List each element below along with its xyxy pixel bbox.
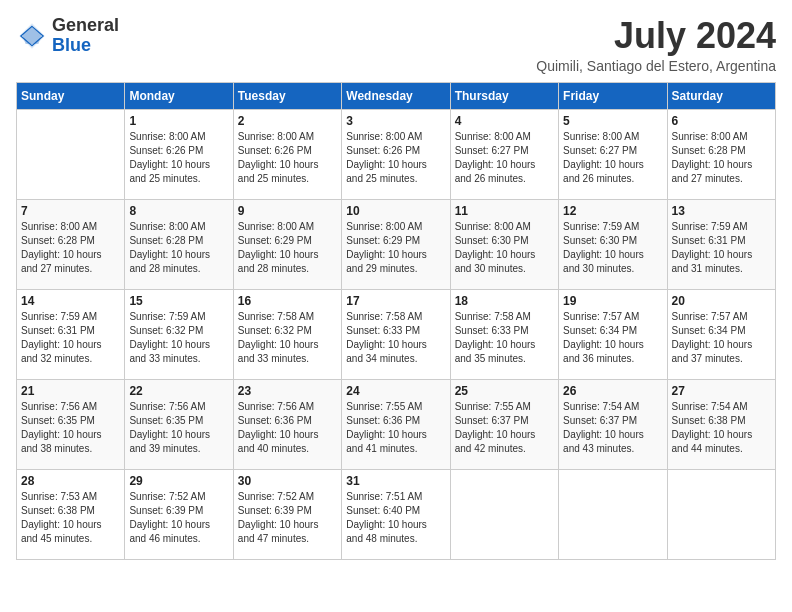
calendar-cell: 29Sunrise: 7:52 AMSunset: 6:39 PMDayligh… <box>125 469 233 559</box>
day-info: Sunrise: 8:00 AMSunset: 6:29 PMDaylight:… <box>346 220 445 276</box>
calendar-body: 1Sunrise: 8:00 AMSunset: 6:26 PMDaylight… <box>17 109 776 559</box>
day-number: 7 <box>21 204 120 218</box>
calendar-cell <box>559 469 667 559</box>
day-number: 20 <box>672 294 771 308</box>
day-info: Sunrise: 8:00 AMSunset: 6:29 PMDaylight:… <box>238 220 337 276</box>
day-number: 30 <box>238 474 337 488</box>
day-info: Sunrise: 8:00 AMSunset: 6:27 PMDaylight:… <box>455 130 554 186</box>
month-year-title: July 2024 <box>536 16 776 56</box>
day-number: 18 <box>455 294 554 308</box>
calendar-cell <box>450 469 558 559</box>
header-day-wednesday: Wednesday <box>342 82 450 109</box>
day-info: Sunrise: 8:00 AMSunset: 6:26 PMDaylight:… <box>129 130 228 186</box>
calendar-cell: 17Sunrise: 7:58 AMSunset: 6:33 PMDayligh… <box>342 289 450 379</box>
day-info: Sunrise: 8:00 AMSunset: 6:28 PMDaylight:… <box>672 130 771 186</box>
calendar-cell <box>17 109 125 199</box>
day-number: 27 <box>672 384 771 398</box>
day-number: 4 <box>455 114 554 128</box>
calendar-cell: 30Sunrise: 7:52 AMSunset: 6:39 PMDayligh… <box>233 469 341 559</box>
day-info: Sunrise: 7:57 AMSunset: 6:34 PMDaylight:… <box>563 310 662 366</box>
day-number: 29 <box>129 474 228 488</box>
calendar-cell: 3Sunrise: 8:00 AMSunset: 6:26 PMDaylight… <box>342 109 450 199</box>
calendar-cell: 2Sunrise: 8:00 AMSunset: 6:26 PMDaylight… <box>233 109 341 199</box>
calendar-cell: 22Sunrise: 7:56 AMSunset: 6:35 PMDayligh… <box>125 379 233 469</box>
day-info: Sunrise: 7:54 AMSunset: 6:38 PMDaylight:… <box>672 400 771 456</box>
day-info: Sunrise: 7:59 AMSunset: 6:31 PMDaylight:… <box>21 310 120 366</box>
calendar-cell: 31Sunrise: 7:51 AMSunset: 6:40 PMDayligh… <box>342 469 450 559</box>
day-info: Sunrise: 8:00 AMSunset: 6:26 PMDaylight:… <box>238 130 337 186</box>
week-row-4: 21Sunrise: 7:56 AMSunset: 6:35 PMDayligh… <box>17 379 776 469</box>
day-info: Sunrise: 7:58 AMSunset: 6:33 PMDaylight:… <box>346 310 445 366</box>
calendar-cell: 18Sunrise: 7:58 AMSunset: 6:33 PMDayligh… <box>450 289 558 379</box>
day-info: Sunrise: 7:59 AMSunset: 6:30 PMDaylight:… <box>563 220 662 276</box>
calendar-cell: 10Sunrise: 8:00 AMSunset: 6:29 PMDayligh… <box>342 199 450 289</box>
calendar-cell: 28Sunrise: 7:53 AMSunset: 6:38 PMDayligh… <box>17 469 125 559</box>
day-number: 14 <box>21 294 120 308</box>
logo: General Blue <box>16 16 119 56</box>
header-day-friday: Friday <box>559 82 667 109</box>
day-number: 31 <box>346 474 445 488</box>
week-row-3: 14Sunrise: 7:59 AMSunset: 6:31 PMDayligh… <box>17 289 776 379</box>
calendar-cell: 11Sunrise: 8:00 AMSunset: 6:30 PMDayligh… <box>450 199 558 289</box>
day-number: 6 <box>672 114 771 128</box>
day-number: 19 <box>563 294 662 308</box>
calendar-cell: 20Sunrise: 7:57 AMSunset: 6:34 PMDayligh… <box>667 289 775 379</box>
day-number: 9 <box>238 204 337 218</box>
title-block: July 2024 Quimili, Santiago del Estero, … <box>536 16 776 74</box>
calendar-cell: 12Sunrise: 7:59 AMSunset: 6:30 PMDayligh… <box>559 199 667 289</box>
day-info: Sunrise: 7:53 AMSunset: 6:38 PMDaylight:… <box>21 490 120 546</box>
header-day-monday: Monday <box>125 82 233 109</box>
day-info: Sunrise: 7:59 AMSunset: 6:32 PMDaylight:… <box>129 310 228 366</box>
calendar-cell <box>667 469 775 559</box>
calendar-cell: 9Sunrise: 8:00 AMSunset: 6:29 PMDaylight… <box>233 199 341 289</box>
logo-icon <box>16 20 48 52</box>
week-row-1: 1Sunrise: 8:00 AMSunset: 6:26 PMDaylight… <box>17 109 776 199</box>
day-number: 23 <box>238 384 337 398</box>
header-day-thursday: Thursday <box>450 82 558 109</box>
calendar-cell: 13Sunrise: 7:59 AMSunset: 6:31 PMDayligh… <box>667 199 775 289</box>
day-info: Sunrise: 7:59 AMSunset: 6:31 PMDaylight:… <box>672 220 771 276</box>
day-number: 16 <box>238 294 337 308</box>
day-info: Sunrise: 7:56 AMSunset: 6:35 PMDaylight:… <box>21 400 120 456</box>
day-number: 28 <box>21 474 120 488</box>
calendar-cell: 24Sunrise: 7:55 AMSunset: 6:36 PMDayligh… <box>342 379 450 469</box>
day-info: Sunrise: 8:00 AMSunset: 6:26 PMDaylight:… <box>346 130 445 186</box>
day-number: 10 <box>346 204 445 218</box>
day-info: Sunrise: 8:00 AMSunset: 6:27 PMDaylight:… <box>563 130 662 186</box>
day-number: 2 <box>238 114 337 128</box>
header-day-sunday: Sunday <box>17 82 125 109</box>
calendar-cell: 1Sunrise: 8:00 AMSunset: 6:26 PMDaylight… <box>125 109 233 199</box>
header-day-tuesday: Tuesday <box>233 82 341 109</box>
calendar-header: SundayMondayTuesdayWednesdayThursdayFrid… <box>17 82 776 109</box>
calendar-cell: 25Sunrise: 7:55 AMSunset: 6:37 PMDayligh… <box>450 379 558 469</box>
calendar-cell: 16Sunrise: 7:58 AMSunset: 6:32 PMDayligh… <box>233 289 341 379</box>
day-number: 12 <box>563 204 662 218</box>
page-header: General Blue July 2024 Quimili, Santiago… <box>16 16 776 74</box>
day-number: 1 <box>129 114 228 128</box>
calendar-cell: 14Sunrise: 7:59 AMSunset: 6:31 PMDayligh… <box>17 289 125 379</box>
day-info: Sunrise: 7:58 AMSunset: 6:32 PMDaylight:… <box>238 310 337 366</box>
calendar-cell: 21Sunrise: 7:56 AMSunset: 6:35 PMDayligh… <box>17 379 125 469</box>
location-subtitle: Quimili, Santiago del Estero, Argentina <box>536 58 776 74</box>
day-info: Sunrise: 7:51 AMSunset: 6:40 PMDaylight:… <box>346 490 445 546</box>
day-info: Sunrise: 7:58 AMSunset: 6:33 PMDaylight:… <box>455 310 554 366</box>
calendar-cell: 15Sunrise: 7:59 AMSunset: 6:32 PMDayligh… <box>125 289 233 379</box>
calendar-cell: 26Sunrise: 7:54 AMSunset: 6:37 PMDayligh… <box>559 379 667 469</box>
calendar-cell: 19Sunrise: 7:57 AMSunset: 6:34 PMDayligh… <box>559 289 667 379</box>
day-number: 11 <box>455 204 554 218</box>
day-info: Sunrise: 8:00 AMSunset: 6:30 PMDaylight:… <box>455 220 554 276</box>
header-day-saturday: Saturday <box>667 82 775 109</box>
calendar-cell: 5Sunrise: 8:00 AMSunset: 6:27 PMDaylight… <box>559 109 667 199</box>
day-number: 8 <box>129 204 228 218</box>
day-number: 24 <box>346 384 445 398</box>
day-number: 17 <box>346 294 445 308</box>
calendar-table: SundayMondayTuesdayWednesdayThursdayFrid… <box>16 82 776 560</box>
day-number: 21 <box>21 384 120 398</box>
calendar-cell: 8Sunrise: 8:00 AMSunset: 6:28 PMDaylight… <box>125 199 233 289</box>
day-info: Sunrise: 8:00 AMSunset: 6:28 PMDaylight:… <box>129 220 228 276</box>
week-row-5: 28Sunrise: 7:53 AMSunset: 6:38 PMDayligh… <box>17 469 776 559</box>
header-row: SundayMondayTuesdayWednesdayThursdayFrid… <box>17 82 776 109</box>
calendar-cell: 27Sunrise: 7:54 AMSunset: 6:38 PMDayligh… <box>667 379 775 469</box>
day-info: Sunrise: 7:52 AMSunset: 6:39 PMDaylight:… <box>238 490 337 546</box>
day-number: 5 <box>563 114 662 128</box>
